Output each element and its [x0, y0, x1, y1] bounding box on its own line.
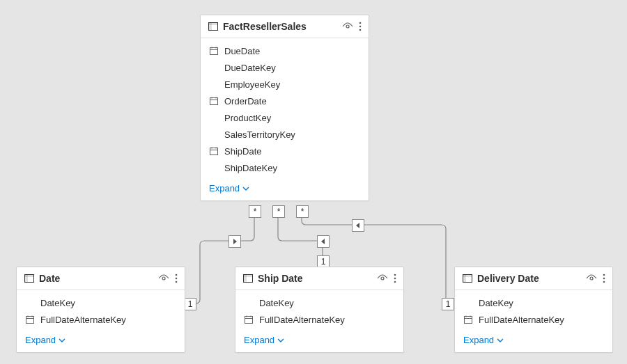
- svg-rect-7: [210, 48, 218, 55]
- table-ship-date[interactable]: Ship Date DateKeyFullDateAlternateKey Ex…: [235, 267, 404, 353]
- svg-point-3: [346, 25, 349, 28]
- table-icon: [242, 273, 254, 284]
- field-row[interactable]: ShipDateKey: [201, 159, 369, 176]
- expand-button[interactable]: Expand: [201, 177, 369, 200]
- table-title: Date: [39, 273, 158, 284]
- field-row[interactable]: DateKey: [17, 294, 185, 311]
- svg-point-33: [381, 277, 384, 280]
- cardinality-many: *: [249, 205, 261, 218]
- svg-point-35: [394, 278, 396, 280]
- visibility-icon[interactable]: [586, 273, 597, 284]
- visibility-icon[interactable]: [342, 21, 353, 32]
- field-row[interactable]: FullDateAlternateKey: [17, 311, 185, 328]
- visibility-icon[interactable]: [158, 273, 169, 284]
- cardinality-many: *: [272, 205, 285, 218]
- more-options-icon[interactable]: [394, 274, 396, 283]
- field-label: DateKey: [479, 298, 604, 308]
- field-row[interactable]: OrderDate: [201, 93, 369, 109]
- expand-button[interactable]: Expand: [235, 329, 403, 352]
- field-row[interactable]: DateKey: [235, 294, 403, 311]
- field-list: DateKeyFullDateAlternateKey: [17, 290, 185, 329]
- date-icon: [25, 315, 40, 324]
- svg-point-36: [394, 281, 396, 283]
- svg-point-47: [603, 281, 605, 283]
- svg-point-44: [590, 277, 593, 280]
- expand-button[interactable]: Expand: [455, 329, 612, 352]
- svg-rect-2: [209, 23, 212, 31]
- table-icon: [24, 273, 35, 284]
- table-title: Delivery Date: [477, 273, 586, 284]
- field-label: DueDateKey: [224, 63, 360, 73]
- more-options-icon[interactable]: [603, 274, 605, 283]
- table-title: Ship Date: [258, 273, 377, 284]
- date-icon: [244, 315, 259, 324]
- field-row[interactable]: ShipDate: [201, 143, 369, 159]
- field-label: FullDateAlternateKey: [40, 315, 176, 325]
- svg-point-6: [359, 29, 362, 31]
- table-icon: [208, 21, 219, 32]
- field-label: EmployeeKey: [224, 79, 360, 90]
- svg-point-24: [176, 278, 178, 280]
- field-label: ProductKey: [224, 113, 360, 123]
- svg-point-4: [359, 22, 362, 24]
- field-label: DueDate: [224, 46, 360, 56]
- table-factresellersales[interactable]: FactResellerSales DueDateDueDateKeyEmplo…: [200, 15, 369, 201]
- svg-point-23: [176, 274, 178, 276]
- date-icon: [209, 96, 224, 106]
- date-icon: [463, 315, 479, 324]
- cardinality-one: 1: [442, 298, 454, 310]
- chevron-down-icon: [497, 337, 504, 344]
- more-options-icon[interactable]: [359, 22, 362, 31]
- svg-rect-43: [463, 275, 466, 283]
- svg-rect-37: [245, 317, 253, 324]
- cardinality-one: 1: [184, 298, 196, 310]
- table-icon: [462, 273, 473, 284]
- svg-point-22: [162, 277, 165, 280]
- field-row[interactable]: DateKey: [455, 294, 612, 311]
- chevron-down-icon: [59, 337, 65, 344]
- svg-rect-15: [210, 148, 218, 155]
- svg-point-5: [359, 26, 362, 28]
- field-list: DateKeyFullDateAlternateKey: [455, 290, 612, 329]
- field-row[interactable]: FullDateAlternateKey: [455, 311, 612, 328]
- field-row[interactable]: FullDateAlternateKey: [235, 311, 403, 328]
- more-options-icon[interactable]: [175, 274, 178, 283]
- filter-direction: [229, 235, 241, 248]
- field-label: ShipDate: [224, 146, 360, 157]
- svg-rect-26: [26, 317, 34, 324]
- field-label: DateKey: [40, 298, 176, 308]
- svg-rect-21: [25, 275, 28, 283]
- table-date[interactable]: Date DateKeyFullDateAlternateKey Expand: [16, 267, 185, 353]
- field-row[interactable]: DueDateKey: [201, 59, 369, 76]
- field-label: DateKey: [259, 298, 395, 308]
- field-row[interactable]: SalesTerritoryKey: [201, 126, 369, 143]
- date-icon: [209, 46, 224, 56]
- field-label: OrderDate: [224, 96, 360, 106]
- field-list: DueDateDueDateKeyEmployeeKeyOrderDatePro…: [201, 38, 369, 177]
- visibility-icon[interactable]: [377, 273, 388, 284]
- field-row[interactable]: ProductKey: [201, 109, 369, 126]
- date-icon: [209, 146, 224, 156]
- field-list: DateKeyFullDateAlternateKey: [235, 290, 403, 329]
- svg-rect-32: [244, 275, 247, 283]
- filter-direction: [317, 235, 330, 248]
- chevron-down-icon: [242, 185, 249, 192]
- svg-point-25: [176, 281, 178, 283]
- field-label: FullDateAlternateKey: [479, 315, 604, 325]
- cardinality-many: *: [296, 205, 309, 218]
- svg-point-45: [603, 274, 605, 276]
- filter-direction: [352, 219, 364, 232]
- svg-rect-11: [210, 98, 218, 105]
- svg-rect-48: [465, 317, 472, 324]
- field-label: FullDateAlternateKey: [259, 315, 395, 325]
- field-row[interactable]: DueDate: [201, 42, 369, 59]
- table-title: FactResellerSales: [223, 21, 342, 32]
- expand-button[interactable]: Expand: [17, 329, 185, 352]
- field-label: ShipDateKey: [224, 163, 360, 173]
- table-delivery-date[interactable]: Delivery Date DateKeyFullDateAlternateKe…: [454, 267, 613, 353]
- field-row[interactable]: EmployeeKey: [201, 76, 369, 93]
- field-label: SalesTerritoryKey: [224, 129, 360, 140]
- svg-point-46: [603, 278, 605, 280]
- chevron-down-icon: [277, 337, 284, 344]
- svg-point-34: [394, 274, 396, 276]
